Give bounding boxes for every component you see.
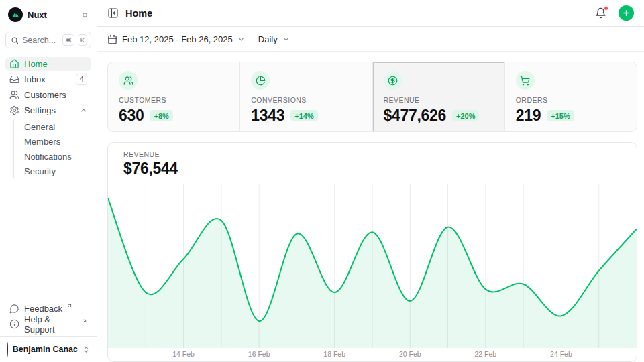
date-range-picker[interactable]: Feb 12, 2025 - Feb 26, 2025	[107, 34, 245, 44]
stat-label: CONVERSIONS	[251, 96, 361, 104]
feedback-label: Feedback	[24, 304, 62, 314]
stat-card-orders[interactable]: ORDERS 219 +15%	[505, 62, 637, 132]
plus-icon	[622, 9, 631, 17]
stat-value: 1343	[251, 107, 284, 125]
sidebar-item-customers[interactable]: Customers	[5, 88, 91, 102]
revenue-area-chart	[108, 184, 637, 348]
add-button[interactable]	[619, 5, 634, 21]
stat-label: ORDERS	[516, 96, 626, 104]
chart-x-axis: 14 Feb16 Feb18 Feb20 Feb22 Feb24 Feb	[108, 348, 637, 361]
inbox-icon	[9, 74, 19, 84]
user-name: Benjamin Canac	[13, 345, 78, 354]
sidebar-item-home[interactable]: Home	[5, 57, 91, 71]
external-link-icon	[82, 318, 87, 324]
home-icon	[9, 59, 19, 69]
page-title: Home	[125, 8, 588, 19]
user-menu[interactable]: Benjamin Canac	[0, 336, 97, 362]
chevron-up-icon	[80, 107, 87, 114]
inbox-count-badge: 4	[76, 74, 87, 85]
search-icon	[11, 36, 19, 44]
help-support-label: Help & Support	[24, 314, 77, 335]
main-area: Home Feb 12, 2025 - Feb 26, 2025 Daily	[97, 0, 644, 362]
chevrons-up-down-icon	[81, 11, 89, 19]
sidebar-item-settings[interactable]: Settings	[5, 103, 91, 117]
stat-delta-badge: +8%	[150, 110, 172, 121]
stat-value: 219	[516, 107, 541, 125]
search-placeholder: Search...	[22, 36, 59, 45]
stat-card-conversions[interactable]: CONVERSIONS 1343 +14%	[240, 62, 372, 132]
sidebar-item-label: Settings	[24, 105, 56, 115]
sidebar-item-label: Notifications	[24, 152, 72, 162]
x-tick-label: 18 Feb	[323, 350, 345, 358]
sidebar: Nuxt Search... ⌘ K Home Inbox 4	[0, 0, 97, 362]
chart-metric-label: REVENUE	[123, 150, 621, 158]
chevron-down-icon	[282, 36, 290, 43]
sidebar-item-label: General	[24, 122, 55, 132]
chart-header: REVENUE $76,544	[108, 143, 637, 184]
content: CUSTOMERS 630 +8% CONVERSIONS 1343 +14%	[97, 52, 644, 362]
stat-value: $477,626	[384, 107, 447, 125]
revenue-chart-panel: REVENUE $76,544 14 Feb16 Feb18 Feb20 Feb…	[107, 142, 637, 362]
sidebar-item-general[interactable]: General	[14, 120, 91, 134]
stat-card-customers[interactable]: CUSTOMERS 630 +8%	[108, 62, 239, 132]
panel-left-close-icon	[107, 7, 119, 19]
date-range-label: Feb 12, 2025 - Feb 26, 2025	[122, 34, 233, 44]
revenue-icon	[384, 71, 402, 90]
chevrons-up-down-icon	[83, 346, 90, 353]
sidebar-nav: Home Inbox 4 Customers Settings	[5, 57, 91, 180]
workspace-selector[interactable]: Nuxt	[5, 7, 91, 23]
command-key: ⌘	[62, 34, 74, 46]
chevron-down-icon	[237, 36, 245, 43]
sidebar-item-notifications[interactable]: Notifications	[14, 149, 91, 164]
sidebar-item-inbox[interactable]: Inbox 4	[5, 72, 91, 86]
chart-metric-value: $76,544	[123, 160, 621, 178]
k-key: K	[78, 34, 87, 46]
stat-delta-badge: +20%	[452, 110, 479, 121]
granularity-label: Daily	[258, 34, 278, 44]
sidebar-item-label: Security	[24, 166, 56, 176]
chart-plot	[108, 184, 637, 348]
filters-toolbar: Feb 12, 2025 - Feb 26, 2025 Daily	[97, 27, 644, 52]
message-icon	[9, 304, 19, 314]
sidebar-item-members[interactable]: Members	[14, 135, 91, 149]
search-input[interactable]: Search... ⌘ K	[5, 32, 91, 48]
help-support-link[interactable]: Help & Support	[5, 317, 91, 331]
stat-card-revenue[interactable]: REVENUE $477,626 +20%	[373, 62, 504, 132]
stat-value: 630	[119, 107, 144, 125]
sidebar-item-security[interactable]: Security	[14, 164, 91, 178]
customers-icon	[119, 71, 138, 90]
orders-icon	[516, 71, 535, 90]
sidebar-item-label: Home	[24, 59, 48, 69]
page-header: Home	[97, 0, 644, 27]
notification-dot	[604, 6, 608, 11]
x-tick-label: 22 Feb	[474, 350, 496, 358]
sidebar-footer: Feedback Help & Support	[5, 302, 91, 336]
workspace-name: Nuxt	[28, 10, 76, 20]
x-tick-label: 14 Feb	[172, 350, 195, 358]
stat-label: CUSTOMERS	[119, 96, 229, 104]
stat-delta-badge: +14%	[290, 110, 317, 121]
sidebar-item-label: Inbox	[24, 74, 46, 84]
stats-row: CUSTOMERS 630 +8% CONVERSIONS 1343 +14%	[107, 62, 637, 132]
external-link-icon	[67, 303, 72, 308]
stat-delta-badge: +15%	[547, 110, 574, 121]
x-tick-label: 24 Feb	[550, 350, 572, 358]
users-icon	[9, 90, 19, 100]
sidebar-item-label: Customers	[24, 90, 66, 100]
nuxt-logo	[8, 7, 23, 22]
avatar	[7, 342, 8, 357]
gear-icon	[9, 105, 19, 115]
x-tick-label: 20 Feb	[399, 350, 421, 358]
settings-submenu: General Members Notifications Security	[13, 120, 91, 178]
info-icon	[9, 319, 19, 329]
panel-collapse-button[interactable]	[107, 7, 119, 19]
conversions-icon	[251, 71, 270, 90]
sidebar-item-label: Members	[24, 137, 60, 147]
stat-label: REVENUE	[384, 96, 494, 104]
x-tick-label: 16 Feb	[248, 350, 270, 358]
notifications-button[interactable]	[595, 7, 606, 19]
granularity-select[interactable]: Daily	[258, 34, 290, 44]
calendar-icon	[107, 34, 117, 44]
